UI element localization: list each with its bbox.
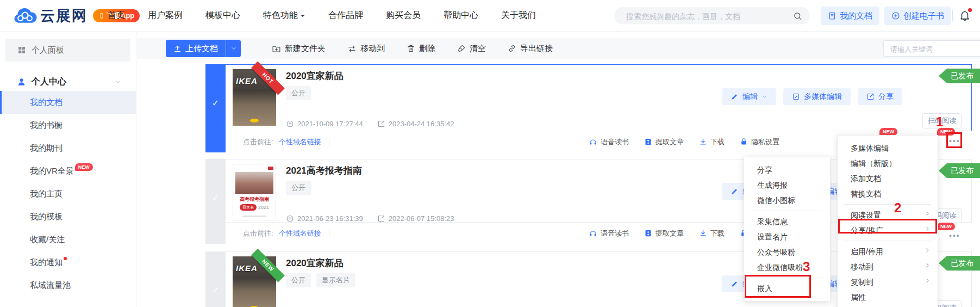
download-button[interactable]: 下载 [699, 137, 725, 147]
nav-features[interactable]: 特色功能 [263, 10, 305, 21]
row-checkbox[interactable]: ✓ [205, 159, 226, 244]
menu-item-share[interactable]: 分享 [744, 162, 830, 177]
doc-title[interactable]: 2020宜家新品 [286, 70, 344, 82]
edit-button[interactable]: 编辑 [722, 88, 776, 105]
edit-time-icon [377, 120, 385, 128]
menu-item-share-promote[interactable]: 分享/推广 [838, 223, 938, 238]
menu-item-add-doc[interactable]: 添加文档 [838, 171, 938, 186]
menu-item-delete[interactable]: 删除 [838, 305, 938, 307]
extract-article-button[interactable]: 提取文章 [644, 229, 684, 238]
person-icon [17, 77, 26, 87]
doc-thumbnail[interactable]: IKEA NEW [233, 256, 276, 307]
sidebar-item-my-docs[interactable]: 我的文档 [0, 91, 136, 114]
create-ebook-button[interactable]: 创建电子书 [884, 7, 951, 25]
upload-dropdown-button[interactable] [226, 40, 241, 57]
caret-down-icon [300, 13, 305, 19]
sidebar-item-favorites[interactable]: 收藏/关注 [0, 228, 136, 251]
download-button[interactable]: 下载 [699, 229, 725, 238]
cover-photo [235, 172, 273, 194]
menu-item-wecom-fans[interactable]: 企业微信吸粉 [744, 260, 830, 275]
export-link-button[interactable]: 导出链接 [508, 44, 553, 54]
menu-item-properties[interactable]: 属性 [838, 290, 938, 305]
delete-button[interactable]: 删除 [407, 44, 435, 54]
menu-item-set-card[interactable]: 设置名片 [744, 229, 830, 244]
menu-item-read-settings[interactable]: 阅读设置 [838, 207, 938, 223]
sidebar: 个人面板 个人中心 我的文档 我的书橱 我的期刊 我的VR全景 NEW 我的主页… [0, 31, 136, 307]
search-icon[interactable] [793, 11, 802, 21]
nav-membership[interactable]: 购买会员 [386, 10, 421, 21]
move-arrows-icon [347, 44, 357, 53]
move-to-button[interactable]: 移动到 [347, 44, 385, 54]
new-badge: NEW [937, 128, 955, 136]
public-tag: 公开 [286, 273, 311, 287]
keyword-search [883, 40, 980, 57]
multimedia-edit-button[interactable]: 多媒体编辑 [783, 88, 851, 105]
menu-item-wechat-icon[interactable]: 微信小图标 [744, 193, 830, 208]
menu-item-official-account-fans[interactable]: 公众号吸粉 [744, 244, 830, 260]
menu-item-enable-disable[interactable]: 启用/停用 [838, 244, 938, 259]
download-icon [699, 229, 707, 237]
sidebar-item-templates[interactable]: 我的模板 [0, 205, 136, 228]
pencil-icon [731, 280, 739, 288]
nav-home[interactable]: 首页 [108, 10, 125, 21]
doc-title[interactable]: 2021高考报考指南 [286, 164, 362, 177]
doc-toolbar: 上传文档 新建文件夹 移动到 删除 清空 导出链接 [137, 38, 980, 59]
sidebar-item-personal-center[interactable]: 个人中心 [0, 72, 136, 91]
sidebar-item-journals[interactable]: 我的期刊 [0, 137, 136, 159]
upload-doc-split-button: 上传文档 [166, 40, 241, 57]
row-checkbox[interactable]: ✓ [205, 251, 226, 307]
row-checkbox[interactable]: ✓ [205, 64, 226, 152]
custom-domain-link[interactable]: 个性域名链接 [279, 229, 321, 238]
menu-item-replace-doc[interactable]: 替换文档 [838, 186, 938, 201]
scan-qr-read-button[interactable]: 扫码阅读 [922, 113, 962, 128]
doc-thumbnail[interactable]: IKEA HOT [233, 69, 276, 126]
show-card-tag: 显示名片 [316, 273, 355, 287]
my-docs-button[interactable]: 我的文档 [821, 7, 879, 25]
nav-cases[interactable]: 用户案例 [148, 10, 183, 21]
menu-item-embed[interactable]: 嵌入 [744, 281, 830, 296]
notification-bell-icon[interactable] [959, 9, 971, 21]
sidebar-item-private-traffic[interactable]: 私域流量池 [0, 274, 136, 297]
grid-icon [17, 46, 26, 54]
nav-about[interactable]: 关于我们 [501, 10, 536, 21]
nav-partners[interactable]: 合作品牌 [328, 10, 363, 21]
menu-item-copy-to[interactable]: 复制到 [838, 274, 938, 290]
upload-doc-button[interactable]: 上传文档 [166, 40, 226, 57]
voice-read-button[interactable]: 语音读书 [589, 137, 629, 147]
nav-help[interactable]: 帮助中心 [444, 10, 478, 21]
sidebar-item-homepage[interactable]: 我的主页 [0, 182, 136, 205]
clean-brush-icon [457, 44, 466, 53]
menu-item-collect-info[interactable]: 采集信息 [744, 214, 830, 229]
doc-title[interactable]: 2020宜家新品 [286, 257, 344, 269]
tag-row: 公开 [286, 86, 311, 100]
more-menu-button[interactable]: ••• [949, 231, 960, 240]
extract-icon [644, 138, 652, 146]
share-button[interactable]: 分享 [858, 88, 902, 105]
chevron-right-icon [924, 247, 931, 254]
clear-button[interactable]: 清空 [457, 44, 486, 54]
voice-read-button[interactable]: 语音读书 [589, 229, 629, 238]
chevron-right-icon [924, 225, 931, 232]
menu-item-edit-new[interactable]: 编辑（新版） [838, 156, 938, 171]
chevron-right-icon [924, 210, 931, 217]
sidebar-item-vr[interactable]: 我的VR全景 NEW [0, 159, 136, 182]
privacy-settings-button[interactable]: 隐私设置 [740, 137, 779, 147]
menu-item-generate-poster[interactable]: 生成海报 [744, 177, 830, 193]
public-tag: 公开 [286, 181, 311, 195]
nav-templates[interactable]: 模板中心 [205, 10, 240, 21]
unread-dot [64, 257, 67, 260]
more-menu-button[interactable]: ••• [949, 137, 960, 145]
global-search-input[interactable] [625, 7, 785, 26]
sidebar-item-dashboard[interactable]: 个人面板 [5, 39, 130, 62]
more-context-menu: 多媒体编辑 编辑（新版） 添加文档 替换文档 阅读设置 分享/推广 启用/停用 … [837, 135, 938, 307]
doc-thumbnail[interactable]: 高考报考指南 目录表 2021 [233, 164, 276, 220]
keyword-search-input[interactable] [889, 41, 976, 57]
new-folder-button[interactable]: 新建文件夹 [272, 44, 326, 54]
custom-domain-link[interactable]: 个性域名链接 [279, 137, 321, 147]
chevron-down-icon [230, 45, 237, 52]
menu-item-multimedia-edit[interactable]: 多媒体编辑 [838, 140, 938, 156]
sidebar-item-bookshelf[interactable]: 我的书橱 [0, 114, 136, 137]
sidebar-item-notifications[interactable]: 我的通知 [0, 251, 136, 274]
extract-article-button[interactable]: 提取文章 [644, 137, 684, 147]
menu-item-move-to[interactable]: 移动到 [838, 259, 938, 274]
